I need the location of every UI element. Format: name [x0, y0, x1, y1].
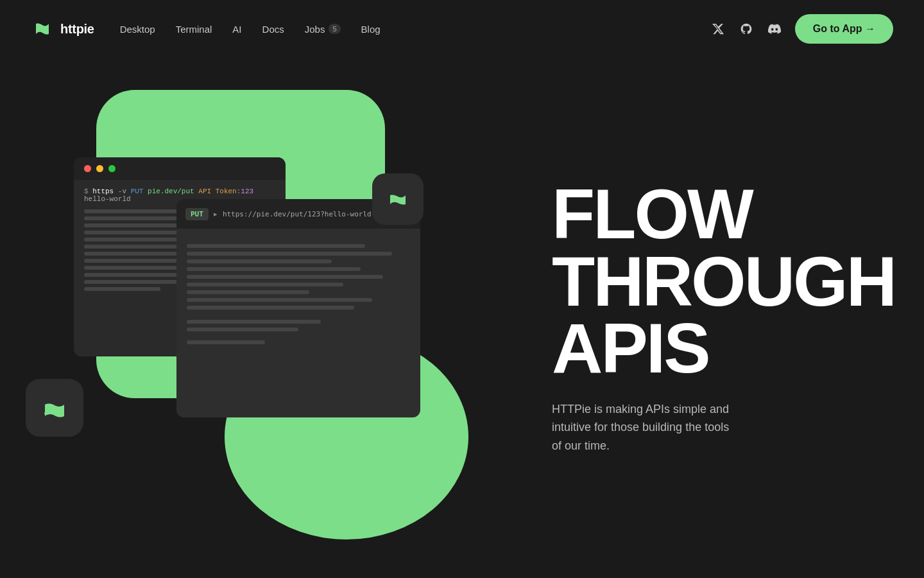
- terminal-icon-badge: [372, 173, 424, 225]
- hero-text: FLOW THROUGH APIs HTTPie is making APIs …: [526, 58, 924, 578]
- dot-green: [108, 165, 116, 172]
- svg-rect-2: [44, 412, 52, 414]
- nav-desktop[interactable]: Desktop: [120, 24, 155, 35]
- nav-docs[interactable]: Docs: [262, 24, 284, 35]
- dot-red: [84, 165, 91, 172]
- hero-section: $ https -v PUT pie.dev/put API Token:123…: [0, 58, 924, 578]
- client-line: [187, 328, 298, 331]
- client-line: [187, 244, 365, 248]
- terminal-line: [84, 287, 160, 291]
- dot-yellow: [96, 165, 103, 172]
- terminal-line: [84, 280, 180, 284]
- navbar: httpie Desktop Terminal AI Docs Jobs 5 B…: [0, 0, 924, 58]
- hero-headline: FLOW THROUGH APIs: [552, 180, 895, 382]
- nav-left: httpie Desktop Terminal AI Docs Jobs 5 B…: [31, 17, 381, 40]
- hero-illustration: $ https -v PUT pie.dev/put API Token:123…: [0, 58, 526, 578]
- nav-links: Desktop Terminal AI Docs Jobs 5 Blog: [120, 24, 381, 35]
- method-badge: PUT: [185, 208, 209, 220]
- url-field[interactable]: https://pie.dev/put/123?hello-world: [223, 210, 389, 218]
- client-line: [187, 298, 372, 302]
- client-line: [187, 252, 392, 256]
- logo[interactable]: httpie: [31, 17, 94, 40]
- twitter-icon[interactable]: [710, 21, 726, 37]
- client-line: [187, 267, 361, 271]
- nav-right: Go to App →: [710, 14, 893, 44]
- go-to-app-button[interactable]: Go to App →: [795, 14, 893, 44]
- hero-subtext: HTTPie is making APIs simple and intuiti…: [552, 400, 732, 455]
- terminal-line: [84, 252, 189, 256]
- client-line: [187, 283, 343, 286]
- client-line: [187, 340, 265, 344]
- discord-icon[interactable]: [767, 21, 782, 37]
- client-line: [187, 259, 332, 263]
- headline-line2: THROUGH: [552, 248, 895, 315]
- client-line: [187, 275, 383, 279]
- client-line: [187, 306, 354, 310]
- nav-blog[interactable]: Blog: [361, 24, 381, 35]
- headline-line1: FLOW: [552, 180, 895, 248]
- terminal-titlebar: [74, 157, 286, 180]
- arrow-icon: ▸: [214, 210, 218, 218]
- client-line: [187, 290, 309, 294]
- headline-line3: APIs: [552, 315, 895, 382]
- client-line: [187, 320, 321, 324]
- jobs-badge: 5: [329, 24, 340, 34]
- nav-terminal[interactable]: Terminal: [176, 24, 212, 35]
- logo-text: httpie: [60, 22, 94, 37]
- nav-ai[interactable]: AI: [232, 24, 241, 35]
- app-icon-badge: [26, 379, 83, 437]
- github-icon[interactable]: [739, 21, 754, 37]
- client-body: [176, 229, 420, 355]
- client-window: PUT ▸ https://pie.dev/put/123?hello-worl…: [176, 199, 420, 417]
- nav-jobs[interactable]: Jobs 5: [305, 24, 341, 35]
